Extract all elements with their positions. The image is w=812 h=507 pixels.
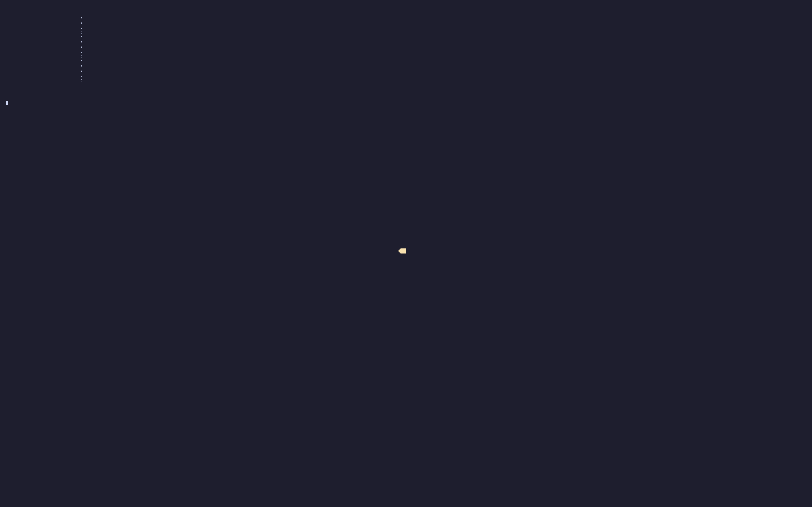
prompt-line-1 [1,1,405,6]
cursor [6,101,8,105]
prompt-line-2[interactable] [1,101,405,106]
statusbar-clock [398,248,406,253]
terminal-output[interactable]: : : : : : : : : : : : : : : [0,0,406,106]
neofetch-output: : : : : : : : : : : : : : : [1,6,405,87]
tmux-statusbar [0,248,406,253]
system-info: : : : : : : : : : : : : : : [73,6,85,87]
ascii-logo [1,6,73,82]
